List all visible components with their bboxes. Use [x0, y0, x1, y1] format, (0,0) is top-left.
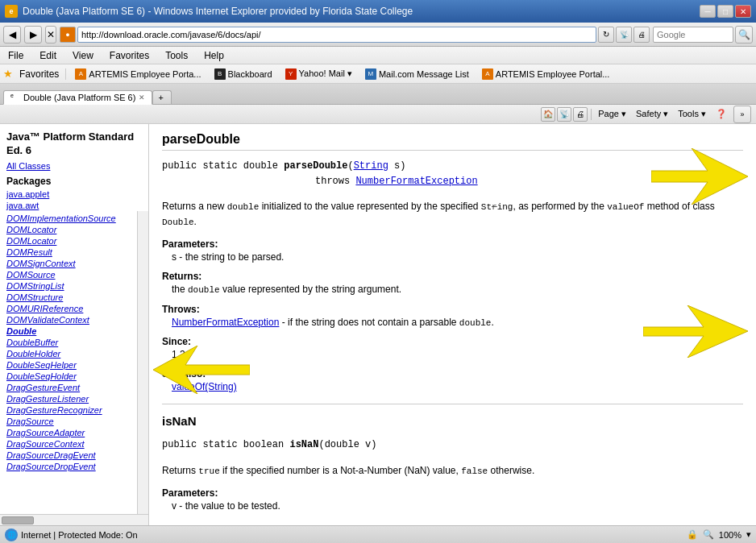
print-button[interactable]: 🖨: [633, 27, 650, 43]
search-input[interactable]: [653, 27, 733, 43]
section-see-also: See Also: valueOf(String): [162, 368, 743, 394]
sidebar-scroll[interactable]: DOMImplementationSource DOMLocator DOMLo…: [0, 211, 148, 514]
packages-label: Packages: [0, 174, 148, 189]
string-link[interactable]: String: [354, 160, 388, 172]
method-parsedouble-title: parseDouble: [162, 132, 743, 151]
numberformatexception-link-2[interactable]: NumberFormatException: [172, 317, 279, 328]
list-item[interactable]: DOMStructure: [0, 292, 137, 303]
search-button[interactable]: 🔍: [735, 26, 753, 44]
internet-zone-icon: 🌐: [5, 528, 18, 541]
favorites-bar: ★ Favorites A ARTEMIS Employee Porta... …: [0, 64, 756, 84]
feed-button[interactable]: 📡: [557, 107, 571, 122]
minimize-button[interactable]: ─: [700, 5, 716, 18]
zoom-level: 100%: [719, 530, 741, 540]
favorites-star-icon: ★: [3, 68, 13, 80]
new-tab-button[interactable]: +: [152, 90, 172, 104]
numberformatexception-link-1[interactable]: NumberFormatException: [355, 176, 477, 187]
tab-double[interactable]: e Double (Java Platform SE 6) ✕: [3, 90, 152, 105]
menu-file[interactable]: File: [5, 49, 27, 62]
page-button[interactable]: Page ▾: [595, 108, 629, 120]
valueof-string-link[interactable]: valueOf(String): [172, 381, 237, 392]
cmd-separator: [591, 109, 592, 120]
menu-edit[interactable]: Edit: [36, 49, 60, 62]
sidebar: Java™ Platform Standard Ed. 6 All Classe…: [0, 124, 149, 525]
section-since: Since: 1.2: [162, 336, 743, 362]
tab-icon: e: [10, 93, 20, 102]
section-throws: Throws: NumberFormatException - if the s…: [162, 304, 743, 330]
list-item[interactable]: DOMSource: [0, 269, 137, 280]
back-button[interactable]: ◀: [3, 26, 21, 44]
sidebar-vertical-scrollbar[interactable]: [137, 211, 148, 514]
menu-view[interactable]: View: [69, 49, 97, 62]
list-item[interactable]: DragGestureRecognizer: [0, 404, 137, 416]
content-area[interactable]: parseDouble public static double parseDo…: [149, 124, 756, 525]
expand-button[interactable]: »: [733, 106, 751, 123]
java-awt-link[interactable]: java.awt: [0, 200, 148, 211]
help-button[interactable]: ❓: [712, 108, 730, 120]
fav-separator-1: [65, 68, 66, 80]
menu-help[interactable]: Help: [201, 49, 227, 62]
method-divider: [162, 404, 743, 404]
tools-button[interactable]: Tools ▾: [675, 108, 709, 120]
all-classes-link[interactable]: All Classes: [0, 161, 148, 174]
favorites-button[interactable]: Favorites: [18, 68, 60, 80]
list-item[interactable]: DOMLocator: [0, 224, 137, 235]
fav-mailcom[interactable]: M Mail.com Message List: [361, 67, 473, 81]
list-item[interactable]: DOMStringList: [0, 280, 137, 292]
list-item[interactable]: DragGestureListener: [0, 393, 137, 404]
fav-artemis-1[interactable]: A ARTEMIS Employee Porta...: [71, 67, 205, 81]
menu-bar: File Edit View Favorites Tools Help: [0, 47, 756, 64]
list-item[interactable]: DoubleBuffer: [0, 337, 137, 348]
section-parameters: Parameters: s - the string to be parsed.: [162, 238, 743, 264]
java-applet-link[interactable]: java.applet: [0, 189, 148, 200]
safety-button[interactable]: Safety ▾: [633, 108, 671, 120]
lock-icon: 🔒: [687, 529, 698, 540]
refresh-stop-button[interactable]: ✕: [45, 26, 56, 44]
list-item[interactable]: DoubleSeqHelper: [0, 359, 137, 371]
tab-bar: e Double (Java Platform SE 6) ✕ +: [0, 84, 756, 105]
list-item[interactable]: DoubleHolder: [0, 348, 137, 359]
maximize-button[interactable]: □: [717, 5, 733, 18]
list-item[interactable]: DragGestureEvent: [0, 382, 137, 393]
list-item[interactable]: DragSourceAdapter: [0, 427, 137, 438]
method-parsedouble-description: Returns a new double initialized to the …: [162, 199, 743, 229]
list-item[interactable]: DOMImplementationSource: [0, 213, 137, 224]
nav-bar: ◀ ▶ ✕ ● ↻ 📡 🖨 🔍: [0, 23, 756, 47]
status-bar: 🌐 Internet | Protected Mode: On 🔒 🔍 100%…: [0, 525, 756, 543]
fav-yahoo-mail[interactable]: Y Yahoo! Mail ▾: [281, 67, 356, 81]
list-item[interactable]: DragSourceDragEvent: [0, 450, 137, 461]
list-item[interactable]: DoubleSeqHolder: [0, 371, 137, 382]
list-item[interactable]: DragSourceDropEvent: [0, 461, 137, 472]
hscroll-thumb[interactable]: [2, 516, 34, 524]
forward-button[interactable]: ▶: [24, 26, 42, 44]
print-cmd-button[interactable]: 🖨: [573, 107, 588, 122]
menu-tools[interactable]: Tools: [162, 49, 191, 62]
double-class-link[interactable]: Double: [0, 325, 137, 337]
tab-close-button[interactable]: ✕: [139, 93, 145, 102]
list-item[interactable]: DOMLocator: [0, 235, 137, 247]
close-button[interactable]: ✕: [735, 5, 751, 18]
fav-icon-artemis-1: A: [75, 68, 86, 80]
list-item[interactable]: DOMValidateContext: [0, 314, 137, 325]
fav-icon-artemis-2: A: [482, 68, 493, 80]
ie-icon: e: [5, 5, 18, 18]
rss-button[interactable]: 📡: [616, 27, 632, 43]
zoom-dropdown[interactable]: ▾: [746, 529, 751, 540]
list-item[interactable]: DOMURIReference: [0, 303, 137, 314]
sidebar-horizontal-scrollbar[interactable]: [0, 514, 148, 525]
home-button[interactable]: 🏠: [541, 107, 555, 122]
fav-icon-mailcom: M: [365, 68, 376, 80]
list-item[interactable]: DragSource: [0, 416, 137, 427]
sidebar-header: Java™ Platform Standard Ed. 6: [0, 124, 148, 161]
go-refresh-button[interactable]: ↻: [598, 27, 614, 43]
list-item[interactable]: DOMResult: [0, 247, 137, 258]
status-text: Internet | Protected Mode: On: [21, 530, 138, 540]
list-item[interactable]: DragSourceContext: [0, 438, 137, 450]
section-returns: Returns: the double value represented by…: [162, 271, 743, 297]
address-input[interactable]: [77, 27, 596, 43]
fav-artemis-2[interactable]: A ARTEMIS Employee Portal...: [478, 67, 614, 81]
fav-icon-yahoo: Y: [285, 68, 297, 80]
list-item[interactable]: DOMSignContext: [0, 258, 137, 269]
fav-blackboard[interactable]: B Blackboard: [210, 67, 276, 81]
menu-favorites[interactable]: Favorites: [106, 49, 152, 62]
